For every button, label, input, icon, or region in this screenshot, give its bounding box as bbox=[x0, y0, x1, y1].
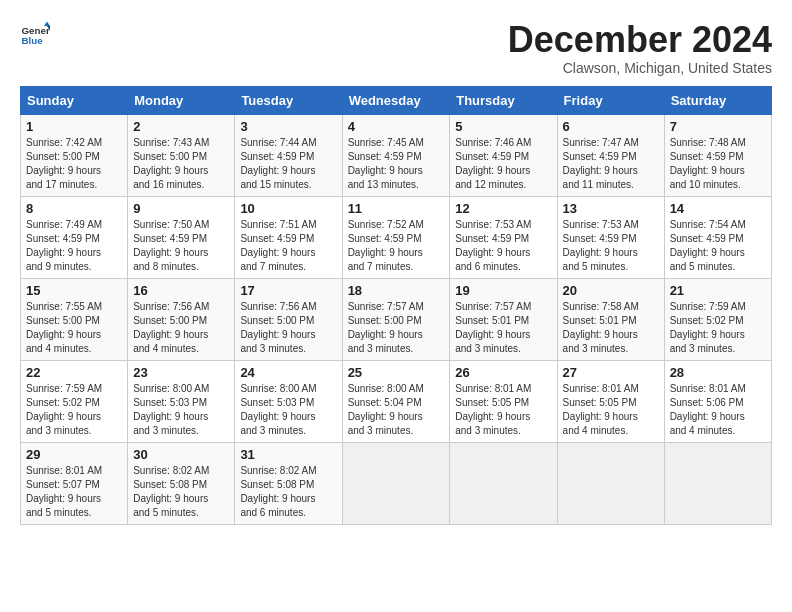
svg-marker-2 bbox=[44, 22, 50, 27]
day-info: Sunrise: 8:02 AMSunset: 5:08 PMDaylight:… bbox=[133, 464, 229, 520]
column-header-saturday: Saturday bbox=[664, 86, 771, 114]
calendar-cell: 17Sunrise: 7:56 AMSunset: 5:00 PMDayligh… bbox=[235, 278, 342, 360]
day-number: 24 bbox=[240, 365, 336, 380]
location: Clawson, Michigan, United States bbox=[508, 60, 772, 76]
calendar-cell: 3Sunrise: 7:44 AMSunset: 4:59 PMDaylight… bbox=[235, 114, 342, 196]
calendar-header-row: SundayMondayTuesdayWednesdayThursdayFrid… bbox=[21, 86, 772, 114]
calendar-cell: 28Sunrise: 8:01 AMSunset: 5:06 PMDayligh… bbox=[664, 360, 771, 442]
day-info: Sunrise: 7:46 AMSunset: 4:59 PMDaylight:… bbox=[455, 136, 551, 192]
day-number: 8 bbox=[26, 201, 122, 216]
day-info: Sunrise: 8:01 AMSunset: 5:05 PMDaylight:… bbox=[455, 382, 551, 438]
column-header-tuesday: Tuesday bbox=[235, 86, 342, 114]
day-info: Sunrise: 7:54 AMSunset: 4:59 PMDaylight:… bbox=[670, 218, 766, 274]
calendar-week-1: 1Sunrise: 7:42 AMSunset: 5:00 PMDaylight… bbox=[21, 114, 772, 196]
column-header-sunday: Sunday bbox=[21, 86, 128, 114]
day-number: 7 bbox=[670, 119, 766, 134]
calendar-week-2: 8Sunrise: 7:49 AMSunset: 4:59 PMDaylight… bbox=[21, 196, 772, 278]
day-number: 1 bbox=[26, 119, 122, 134]
calendar-cell: 20Sunrise: 7:58 AMSunset: 5:01 PMDayligh… bbox=[557, 278, 664, 360]
day-info: Sunrise: 7:53 AMSunset: 4:59 PMDaylight:… bbox=[455, 218, 551, 274]
day-info: Sunrise: 7:57 AMSunset: 5:01 PMDaylight:… bbox=[455, 300, 551, 356]
day-number: 21 bbox=[670, 283, 766, 298]
day-number: 13 bbox=[563, 201, 659, 216]
calendar-cell: 29Sunrise: 8:01 AMSunset: 5:07 PMDayligh… bbox=[21, 442, 128, 524]
calendar-cell: 11Sunrise: 7:52 AMSunset: 4:59 PMDayligh… bbox=[342, 196, 450, 278]
column-header-friday: Friday bbox=[557, 86, 664, 114]
day-number: 11 bbox=[348, 201, 445, 216]
calendar-cell bbox=[342, 442, 450, 524]
day-number: 4 bbox=[348, 119, 445, 134]
calendar-cell: 7Sunrise: 7:48 AMSunset: 4:59 PMDaylight… bbox=[664, 114, 771, 196]
day-number: 26 bbox=[455, 365, 551, 380]
calendar-cell bbox=[664, 442, 771, 524]
day-info: Sunrise: 7:52 AMSunset: 4:59 PMDaylight:… bbox=[348, 218, 445, 274]
calendar-table: SundayMondayTuesdayWednesdayThursdayFrid… bbox=[20, 86, 772, 525]
day-number: 31 bbox=[240, 447, 336, 462]
calendar-cell: 18Sunrise: 7:57 AMSunset: 5:00 PMDayligh… bbox=[342, 278, 450, 360]
calendar-cell bbox=[557, 442, 664, 524]
calendar-week-5: 29Sunrise: 8:01 AMSunset: 5:07 PMDayligh… bbox=[21, 442, 772, 524]
calendar-week-3: 15Sunrise: 7:55 AMSunset: 5:00 PMDayligh… bbox=[21, 278, 772, 360]
day-info: Sunrise: 7:59 AMSunset: 5:02 PMDaylight:… bbox=[26, 382, 122, 438]
day-info: Sunrise: 7:59 AMSunset: 5:02 PMDaylight:… bbox=[670, 300, 766, 356]
day-info: Sunrise: 7:42 AMSunset: 5:00 PMDaylight:… bbox=[26, 136, 122, 192]
calendar-cell: 8Sunrise: 7:49 AMSunset: 4:59 PMDaylight… bbox=[21, 196, 128, 278]
day-number: 9 bbox=[133, 201, 229, 216]
day-number: 18 bbox=[348, 283, 445, 298]
day-number: 30 bbox=[133, 447, 229, 462]
day-number: 3 bbox=[240, 119, 336, 134]
column-header-monday: Monday bbox=[128, 86, 235, 114]
calendar-cell: 24Sunrise: 8:00 AMSunset: 5:03 PMDayligh… bbox=[235, 360, 342, 442]
day-info: Sunrise: 7:57 AMSunset: 5:00 PMDaylight:… bbox=[348, 300, 445, 356]
day-number: 22 bbox=[26, 365, 122, 380]
calendar-cell: 21Sunrise: 7:59 AMSunset: 5:02 PMDayligh… bbox=[664, 278, 771, 360]
day-info: Sunrise: 7:48 AMSunset: 4:59 PMDaylight:… bbox=[670, 136, 766, 192]
day-info: Sunrise: 7:45 AMSunset: 4:59 PMDaylight:… bbox=[348, 136, 445, 192]
calendar-week-4: 22Sunrise: 7:59 AMSunset: 5:02 PMDayligh… bbox=[21, 360, 772, 442]
day-info: Sunrise: 8:00 AMSunset: 5:03 PMDaylight:… bbox=[240, 382, 336, 438]
day-info: Sunrise: 8:01 AMSunset: 5:05 PMDaylight:… bbox=[563, 382, 659, 438]
calendar-cell: 26Sunrise: 8:01 AMSunset: 5:05 PMDayligh… bbox=[450, 360, 557, 442]
calendar-cell: 25Sunrise: 8:00 AMSunset: 5:04 PMDayligh… bbox=[342, 360, 450, 442]
day-number: 10 bbox=[240, 201, 336, 216]
day-info: Sunrise: 7:47 AMSunset: 4:59 PMDaylight:… bbox=[563, 136, 659, 192]
calendar-cell: 4Sunrise: 7:45 AMSunset: 4:59 PMDaylight… bbox=[342, 114, 450, 196]
svg-text:General: General bbox=[22, 25, 51, 36]
calendar-cell: 15Sunrise: 7:55 AMSunset: 5:00 PMDayligh… bbox=[21, 278, 128, 360]
day-info: Sunrise: 7:50 AMSunset: 4:59 PMDaylight:… bbox=[133, 218, 229, 274]
day-info: Sunrise: 8:01 AMSunset: 5:07 PMDaylight:… bbox=[26, 464, 122, 520]
day-info: Sunrise: 7:53 AMSunset: 4:59 PMDaylight:… bbox=[563, 218, 659, 274]
day-number: 6 bbox=[563, 119, 659, 134]
calendar-cell bbox=[450, 442, 557, 524]
column-header-thursday: Thursday bbox=[450, 86, 557, 114]
column-header-wednesday: Wednesday bbox=[342, 86, 450, 114]
title-block: December 2024 Clawson, Michigan, United … bbox=[508, 20, 772, 76]
month-title: December 2024 bbox=[508, 20, 772, 60]
day-number: 29 bbox=[26, 447, 122, 462]
calendar-cell: 13Sunrise: 7:53 AMSunset: 4:59 PMDayligh… bbox=[557, 196, 664, 278]
calendar-cell: 16Sunrise: 7:56 AMSunset: 5:00 PMDayligh… bbox=[128, 278, 235, 360]
svg-text:Blue: Blue bbox=[22, 35, 44, 46]
calendar-cell: 27Sunrise: 8:01 AMSunset: 5:05 PMDayligh… bbox=[557, 360, 664, 442]
day-number: 5 bbox=[455, 119, 551, 134]
calendar-cell: 12Sunrise: 7:53 AMSunset: 4:59 PMDayligh… bbox=[450, 196, 557, 278]
day-number: 14 bbox=[670, 201, 766, 216]
calendar-cell: 30Sunrise: 8:02 AMSunset: 5:08 PMDayligh… bbox=[128, 442, 235, 524]
day-info: Sunrise: 7:56 AMSunset: 5:00 PMDaylight:… bbox=[133, 300, 229, 356]
calendar-cell: 31Sunrise: 8:02 AMSunset: 5:08 PMDayligh… bbox=[235, 442, 342, 524]
day-number: 15 bbox=[26, 283, 122, 298]
calendar-cell: 2Sunrise: 7:43 AMSunset: 5:00 PMDaylight… bbox=[128, 114, 235, 196]
calendar-cell: 1Sunrise: 7:42 AMSunset: 5:00 PMDaylight… bbox=[21, 114, 128, 196]
day-info: Sunrise: 7:56 AMSunset: 5:00 PMDaylight:… bbox=[240, 300, 336, 356]
day-number: 20 bbox=[563, 283, 659, 298]
day-info: Sunrise: 8:00 AMSunset: 5:04 PMDaylight:… bbox=[348, 382, 445, 438]
calendar-cell: 19Sunrise: 7:57 AMSunset: 5:01 PMDayligh… bbox=[450, 278, 557, 360]
calendar-cell: 6Sunrise: 7:47 AMSunset: 4:59 PMDaylight… bbox=[557, 114, 664, 196]
day-number: 12 bbox=[455, 201, 551, 216]
page-header: General Blue December 2024 Clawson, Mich… bbox=[20, 20, 772, 76]
calendar-cell: 23Sunrise: 8:00 AMSunset: 5:03 PMDayligh… bbox=[128, 360, 235, 442]
day-info: Sunrise: 7:44 AMSunset: 4:59 PMDaylight:… bbox=[240, 136, 336, 192]
day-number: 27 bbox=[563, 365, 659, 380]
day-number: 28 bbox=[670, 365, 766, 380]
day-info: Sunrise: 7:43 AMSunset: 5:00 PMDaylight:… bbox=[133, 136, 229, 192]
